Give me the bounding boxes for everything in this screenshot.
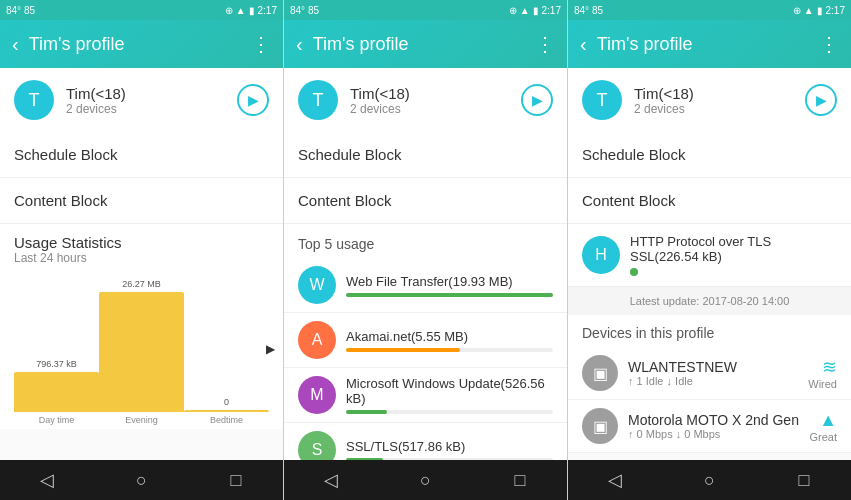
usage-stats-subtitle-1: Last 24 hours [14, 251, 269, 265]
status-text-1: 84° 85 [6, 5, 35, 16]
content-block-3[interactable]: Content Block [568, 178, 851, 224]
profile-info-3: Tim(<18) 2 devices [634, 85, 793, 116]
back-button-3[interactable]: ‹ [580, 33, 587, 56]
nav-home-3[interactable]: ○ [662, 470, 756, 491]
bluetooth-icon-3: ⊕ [793, 5, 801, 16]
screen-2: 84° 85 ⊕ ▲ ▮ 2:17 ‹ Tim's profile ⋮ T Ti… [284, 0, 568, 500]
device-signal-wlan: ≋ Wired [808, 356, 837, 390]
profile-row-1: T Tim(<18) 2 devices ▶ [0, 68, 283, 132]
header-2: ‹ Tim's profile ⋮ [284, 20, 567, 68]
device-info-wlan: WLANTESTNEW ↑ 1 Idle ↓ Idle [628, 359, 798, 387]
usage-avatar-s: S [298, 431, 336, 460]
status-bar-1: Tim's profile 84° 85 ⊕ ▲ ▮ 2:17 [0, 0, 283, 20]
bar-chart-1: 796.37 kB Day time 26.27 MB Evening 0 Be… [0, 269, 283, 429]
screen-3: 84° 85 ⊕ ▲ ▮ 2:17 ‹ Tim's profile ⋮ T Ti… [568, 0, 851, 500]
nav-back-2[interactable]: ◁ [284, 469, 378, 491]
header-title-1: Tim's profile [29, 34, 241, 55]
usage-item-m[interactable]: M Microsoft Windows Update(526.56 kB) [284, 368, 567, 423]
bar-col-bedtime: 0 Bedtime [184, 279, 269, 429]
avatar-3: T [582, 80, 622, 120]
device-name-moto: Motorola MOTO X 2nd Gen [628, 412, 799, 428]
wired-icon: ≋ [808, 356, 837, 378]
play-button-2[interactable]: ▶ [521, 84, 553, 116]
status-left-2: 84° 85 [290, 5, 319, 16]
latest-update: Latest update: 2017-08-20 14:00 [568, 287, 851, 315]
wifi-signal-icon: ▲ [809, 410, 837, 431]
nav-back-3[interactable]: ◁ [568, 469, 662, 491]
battery-icon-1: ▮ [249, 5, 255, 16]
nav-recent-3[interactable]: □ [757, 470, 851, 491]
status-bar-2: 84° 85 ⊕ ▲ ▮ 2:17 [284, 0, 567, 20]
time-1: 2:17 [258, 5, 277, 16]
bar-label-bedtime: Bedtime [210, 415, 243, 429]
device-icon-moto: ▣ [582, 408, 618, 444]
bottom-nav-3: ◁ ○ □ [568, 460, 851, 500]
header-3: ‹ Tim's profile ⋮ [568, 20, 851, 68]
content-block-2[interactable]: Content Block [284, 178, 567, 224]
battery-icon-2: ▮ [533, 5, 539, 16]
battery-icon-3: ▮ [817, 5, 823, 16]
usage-avatar-a: A [298, 321, 336, 359]
back-button-2[interactable]: ‹ [296, 33, 303, 56]
usage-avatar-m: M [298, 376, 336, 414]
status-left-1: Tim's profile 84° 85 [6, 5, 35, 16]
device-item-moto[interactable]: ▣ Motorola MOTO X 2nd Gen ↑ 0 Mbps ↓ 0 M… [568, 400, 851, 453]
device-signal-moto: ▲ Great [809, 410, 837, 443]
nav-home-1[interactable]: ○ [94, 470, 188, 491]
http-text: HTTP Protocol over TLS SSL(226.54 kB) [630, 234, 837, 264]
usage-item-w[interactable]: W Web File Transfer(19.93 MB) [284, 258, 567, 313]
status-right-1: ⊕ ▲ ▮ 2:17 [225, 5, 277, 16]
schedule-block-2[interactable]: Schedule Block [284, 132, 567, 178]
content-2: T Tim(<18) 2 devices ▶ Schedule Block Co… [284, 68, 567, 460]
schedule-block-3[interactable]: Schedule Block [568, 132, 851, 178]
nav-back-1[interactable]: ◁ [0, 469, 94, 491]
nav-recent-1[interactable]: □ [189, 470, 283, 491]
http-avatar: H [582, 236, 620, 274]
profile-info-1: Tim(<18) 2 devices [66, 85, 225, 116]
device-item-wlan[interactable]: ▣ WLANTESTNEW ↑ 1 Idle ↓ Idle ≋ Wired [568, 347, 851, 400]
usage-name-m: Microsoft Windows Update(526.56 kB) [346, 376, 553, 406]
content-3: T Tim(<18) 2 devices ▶ Schedule Block Co… [568, 68, 851, 460]
http-item[interactable]: H HTTP Protocol over TLS SSL(226.54 kB) [568, 224, 851, 287]
status-text-2: 84° 85 [290, 5, 319, 16]
schedule-block-1[interactable]: Schedule Block [0, 132, 283, 178]
http-info: HTTP Protocol over TLS SSL(226.54 kB) [630, 234, 837, 276]
profile-name-3: Tim(<18) [634, 85, 793, 102]
bar-rect-bedtime [184, 410, 269, 412]
content-block-1[interactable]: Content Block [0, 178, 283, 224]
device-status-moto: ↑ 0 Mbps ↓ 0 Mbps [628, 428, 799, 440]
signal-label-wlan: Wired [808, 378, 837, 390]
usage-info-a: Akamai.net(5.55 MB) [346, 329, 553, 352]
usage-name-a: Akamai.net(5.55 MB) [346, 329, 553, 344]
play-button-3[interactable]: ▶ [805, 84, 837, 116]
bar-label-daytime: Day time [39, 415, 75, 429]
usage-bar-fill-m [346, 410, 387, 414]
usage-item-a[interactable]: A Akamai.net(5.55 MB) [284, 313, 567, 368]
usage-bar-container-m [346, 410, 553, 414]
play-button-1[interactable]: ▶ [237, 84, 269, 116]
usage-item-s[interactable]: S SSL/TLS(517.86 kB) [284, 423, 567, 460]
nav-home-2[interactable]: ○ [378, 470, 472, 491]
bar-col-evening: 26.27 MB Evening [99, 279, 184, 429]
time-2: 2:17 [542, 5, 561, 16]
devices-header: Devices in this profile [568, 315, 851, 347]
back-button-1[interactable]: ‹ [12, 33, 19, 56]
nav-recent-2[interactable]: □ [473, 470, 567, 491]
more-button-3[interactable]: ⋮ [819, 32, 839, 56]
bar-label-evening: Evening [125, 415, 158, 429]
avatar-1: T [14, 80, 54, 120]
bluetooth-icon-2: ⊕ [509, 5, 517, 16]
more-button-1[interactable]: ⋮ [251, 32, 271, 56]
device-icon-wlan: ▣ [582, 355, 618, 391]
status-right-2: ⊕ ▲ ▮ 2:17 [509, 5, 561, 16]
avatar-2: T [298, 80, 338, 120]
usage-bar-fill-a [346, 348, 460, 352]
bar-val-evening: 26.27 MB [122, 279, 161, 289]
profile-row-3: T Tim(<18) 2 devices ▶ [568, 68, 851, 132]
profile-devices-2: 2 devices [350, 102, 509, 116]
profile-row-2: T Tim(<18) 2 devices ▶ [284, 68, 567, 132]
wifi-icon-3: ▲ [804, 5, 814, 16]
more-button-2[interactable]: ⋮ [535, 32, 555, 56]
status-right-3: ⊕ ▲ ▮ 2:17 [793, 5, 845, 16]
usage-bar-container-w [346, 293, 553, 297]
